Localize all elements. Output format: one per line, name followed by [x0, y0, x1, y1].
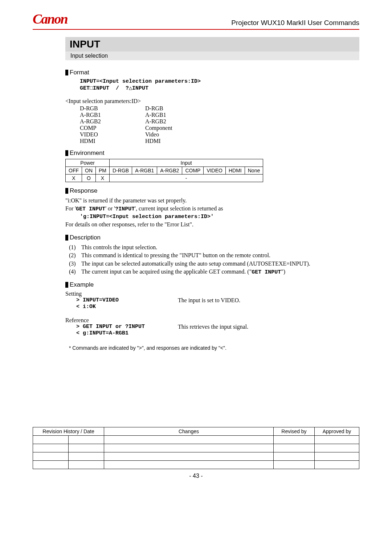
example-footnote: * Commands are indicated by ">", and res…: [69, 345, 359, 351]
env-col: HDMI: [225, 167, 245, 175]
env-col: None: [245, 167, 263, 175]
environment-table: Power Input OFF ON PM D-RGB A-RGB1 A-RGB…: [65, 159, 263, 182]
param-desc: A-RGB1: [145, 112, 166, 118]
desc-item: The input can be selected automatically …: [81, 260, 359, 268]
param-id: HDMI: [80, 138, 145, 144]
rev-header: Changes: [104, 427, 274, 435]
desc-item: The current input can be acquired using …: [81, 268, 359, 276]
rev-header: Revised by: [274, 427, 315, 435]
canon-logo: Canon: [33, 11, 68, 27]
example-setting-cmd: > INPUT=VIDEO: [76, 297, 178, 304]
env-cell: O: [82, 175, 96, 182]
desc-item: This controls the input selection.: [81, 243, 359, 251]
command-subtitle: Input selection: [65, 52, 359, 60]
example-ref-desc: This retrieves the input signal.: [178, 324, 248, 330]
param-desc: Component: [145, 125, 172, 131]
env-col: VIDEO: [204, 167, 226, 175]
format-line1: INPUT=<Input selection parameters:ID>: [80, 78, 359, 85]
param-desc: HDMI: [145, 138, 161, 144]
param-desc: Video: [145, 131, 159, 138]
env-group-input: Input: [110, 159, 263, 167]
section-example-heading: Example: [65, 281, 359, 288]
section-environment-heading: Environment: [65, 149, 359, 157]
env-cell: X: [96, 175, 110, 182]
env-group-power: Power: [66, 159, 110, 167]
section-response-heading: Response: [65, 187, 359, 194]
param-desc: A-RGB2: [145, 118, 166, 124]
example-setting-resp: < i:OK: [76, 304, 359, 310]
revision-table: Revision History / Date Changes Revised …: [33, 427, 359, 469]
page-number: - 43 -: [33, 473, 359, 479]
example-ref-cmd: > GET INPUT or ?INPUT: [76, 324, 178, 330]
format-line2: GET□INPUT / ?△INPUT: [80, 85, 359, 91]
example-ref-resp: < g:INPUT=A-RGB1: [76, 330, 359, 336]
env-col: ON: [82, 167, 96, 175]
env-cell-dash: -: [110, 175, 263, 182]
env-col: A-RGB1: [132, 167, 157, 175]
env-col: A-RGB2: [157, 167, 182, 175]
response-line1: "i:OK" is returned if the parameter was …: [65, 197, 359, 205]
env-col: D-RGB: [110, 167, 132, 175]
response-line2: For 'GET INPUT' or '?INPUT', current inp…: [65, 205, 359, 213]
page-header: Canon Projector WUX10 MarkII User Comman…: [33, 11, 359, 30]
param-list-title: <Input selection parameters:ID>: [65, 98, 359, 104]
param-desc: D-RGB: [145, 105, 163, 111]
param-list: D-RGBD-RGB A-RGB1A-RGB1 A-RGB2A-RGB2 COM…: [65, 105, 359, 144]
section-format-heading: Format: [65, 69, 359, 76]
command-title: INPUT: [65, 37, 359, 52]
env-col: PM: [96, 167, 110, 175]
rev-header: Revision History / Date: [33, 427, 104, 435]
param-id: A-RGB2: [80, 118, 145, 125]
env-col: COMP: [182, 167, 204, 175]
desc-item: This command is identical to pressing th…: [81, 251, 359, 259]
document-title: Projector WUX10 MarkII User Commands: [231, 19, 359, 27]
response-code: 'g:INPUT=<Input selection parameters:ID>…: [80, 213, 359, 221]
section-description-heading: Description: [65, 234, 359, 241]
param-id: A-RGB1: [80, 112, 145, 118]
env-cell: X: [66, 175, 82, 182]
env-col: OFF: [66, 167, 82, 175]
example-setting-label: Setting: [65, 291, 359, 297]
param-id: VIDEO: [80, 131, 145, 138]
param-id: COMP: [80, 125, 145, 131]
rev-header: Approved by: [315, 427, 359, 435]
response-line3: For details on other responses, refer to…: [65, 221, 359, 229]
example-reference-label: Reference: [65, 317, 359, 324]
param-id: D-RGB: [80, 105, 145, 112]
example-setting-desc: The input is set to VIDEO.: [178, 297, 240, 304]
description-list: (1)This controls the input selection. (2…: [69, 243, 359, 276]
